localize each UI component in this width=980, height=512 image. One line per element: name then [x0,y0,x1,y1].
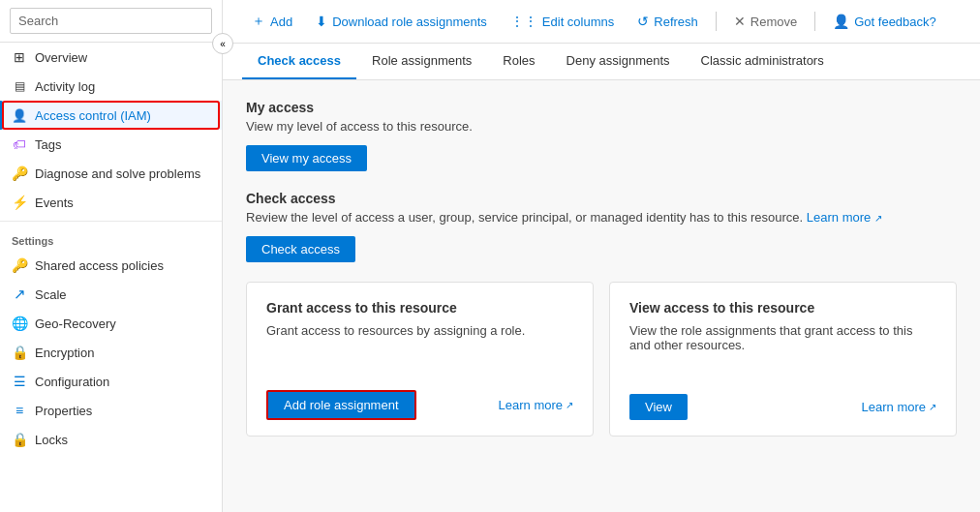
search-input[interactable] [10,8,212,34]
encryption-icon: 🔒 [12,345,27,360]
grant-access-card: Grant access to this resource Grant acce… [246,282,594,437]
sidebar-item-label: Properties [35,404,92,418]
tab-content: My access View my level of access to thi… [223,80,980,512]
external-link-icon: ↗ [874,213,882,224]
check-access-button[interactable]: Check access [246,236,355,262]
view-access-card: View access to this resource View the ro… [609,282,957,437]
feedback-label: Got feedback? [854,15,936,29]
activity-log-icon: ▤ [12,78,27,94]
grant-card-footer: Add role assignment Learn more ↗ [266,390,573,420]
overview-icon: ⊞ [12,49,27,65]
sidebar-divider [0,221,222,222]
my-access-description: View my level of access to this resource… [246,119,957,134]
sidebar-item-shared-access[interactable]: 🔑 Shared access policies [0,251,222,280]
locks-icon: 🔒 [12,432,27,447]
sidebar-item-events[interactable]: ⚡ Events [0,188,222,217]
sidebar-collapse-button[interactable]: « [212,33,233,54]
download-label: Download role assignments [332,15,487,29]
sidebar-item-encryption[interactable]: 🔒 Encryption [0,338,222,367]
diagnose-icon: 🔑 [12,166,27,181]
sidebar-item-diagnose[interactable]: 🔑 Diagnose and solve problems [0,159,222,188]
sidebar-item-label: Scale [35,287,67,302]
sidebar-item-activity-log[interactable]: ▤ Activity log [0,72,222,101]
view-button[interactable]: View [629,394,688,420]
sidebar-item-label: Diagnose and solve problems [35,166,200,181]
add-label: Add [270,15,292,29]
feedback-icon: 👤 [833,14,849,29]
sidebar-item-tags[interactable]: 🏷 Tags [0,130,222,159]
add-role-assignment-button[interactable]: Add role assignment [266,390,416,420]
sidebar-item-label: Locks [35,433,68,447]
view-my-access-button[interactable]: View my access [246,145,367,171]
sidebar-item-label: Shared access policies [35,258,164,273]
sidebar-item-label: Overview [35,50,87,65]
check-access-title: Check access [246,191,957,206]
tab-deny-assignments[interactable]: Deny assignments [551,44,686,79]
sidebar-item-locks[interactable]: 🔒 Locks [0,425,222,454]
properties-icon: ≡ [12,403,27,418]
feedback-button[interactable]: 👤 Got feedback? [823,9,946,34]
sidebar-search-container [0,0,222,43]
sidebar-item-access-control[interactable]: 👤 Access control (IAM) [0,101,222,130]
geo-recovery-icon: 🌐 [12,316,27,331]
toolbar-separator [716,12,717,31]
view-card-title: View access to this resource [629,300,936,316]
access-control-icon: 👤 [12,107,27,123]
cards-row: Grant access to this resource Grant acce… [246,282,957,437]
plus-icon: ＋ [252,13,265,30]
check-access-section: Check access Review the level of access … [246,191,957,262]
tab-roles[interactable]: Roles [487,44,550,79]
view-card-learn-more-link[interactable]: Learn more ↗ [862,400,936,414]
events-icon: ⚡ [12,195,27,210]
refresh-icon: ↺ [637,14,649,29]
refresh-label: Refresh [654,15,698,29]
sidebar-item-label: Events [35,196,74,210]
sidebar-item-geo-recovery[interactable]: 🌐 Geo-Recovery [0,309,222,338]
scale-icon: ↗ [12,286,27,302]
external-link-icon: ↗ [929,402,936,412]
add-button[interactable]: ＋ Add [242,8,302,35]
tabs-bar: Check access Role assignments Roles Deny… [223,44,980,80]
tags-icon: 🏷 [12,136,27,152]
toolbar: ＋ Add ⬇ Download role assignments ⋮⋮ Edi… [223,0,980,44]
sidebar-item-label: Encryption [35,346,94,360]
my-access-title: My access [246,100,957,115]
sidebar-item-label: Access control (IAM) [35,108,151,123]
sidebar-item-configuration[interactable]: ☰ Configuration [0,367,222,396]
grant-card-description: Grant access to resources by assigning a… [266,323,573,375]
settings-section-label: Settings [0,226,222,251]
sidebar-item-scale[interactable]: ↗ Scale [0,280,222,309]
configuration-icon: ☰ [12,374,27,389]
sidebar: ⊞ Overview ▤ Activity log 👤 Access contr… [0,0,223,512]
sidebar-item-label: Geo-Recovery [35,316,116,331]
edit-columns-button[interactable]: ⋮⋮ Edit columns [501,9,624,34]
download-icon: ⬇ [316,14,327,29]
sidebar-item-label: Configuration [35,375,109,389]
tab-role-assignments[interactable]: Role assignments [356,44,487,79]
tab-check-access[interactable]: Check access [242,44,356,79]
grant-card-title: Grant access to this resource [266,300,573,316]
view-card-footer: View Learn more ↗ [629,394,936,420]
refresh-button[interactable]: ↺ Refresh [628,9,708,34]
external-link-icon: ↗ [566,400,573,410]
sidebar-item-label: Activity log [35,79,95,94]
edit-columns-label: Edit columns [542,15,614,29]
shared-access-icon: 🔑 [12,257,27,273]
check-access-description: Review the level of access a user, group… [246,210,957,225]
check-access-learn-more-link[interactable]: Learn more ↗ [807,210,882,225]
my-access-section: My access View my level of access to thi… [246,100,957,171]
tab-classic-admins[interactable]: Classic administrators [686,44,840,79]
toolbar-separator-2 [814,12,815,31]
columns-icon: ⋮⋮ [510,14,537,29]
remove-label: Remove [750,15,797,29]
sidebar-item-label: Tags [35,137,61,152]
download-button[interactable]: ⬇ Download role assignments [306,9,497,34]
main-content: ＋ Add ⬇ Download role assignments ⋮⋮ Edi… [223,0,980,512]
grant-card-learn-more-link[interactable]: Learn more ↗ [499,398,573,412]
sidebar-item-overview[interactable]: ⊞ Overview [0,43,222,72]
remove-icon: ✕ [734,14,746,29]
view-card-description: View the role assignments that grant acc… [629,323,936,378]
remove-button[interactable]: ✕ Remove [724,9,807,34]
sidebar-item-properties[interactable]: ≡ Properties [0,396,222,425]
chevron-left-icon: « [220,39,226,49]
